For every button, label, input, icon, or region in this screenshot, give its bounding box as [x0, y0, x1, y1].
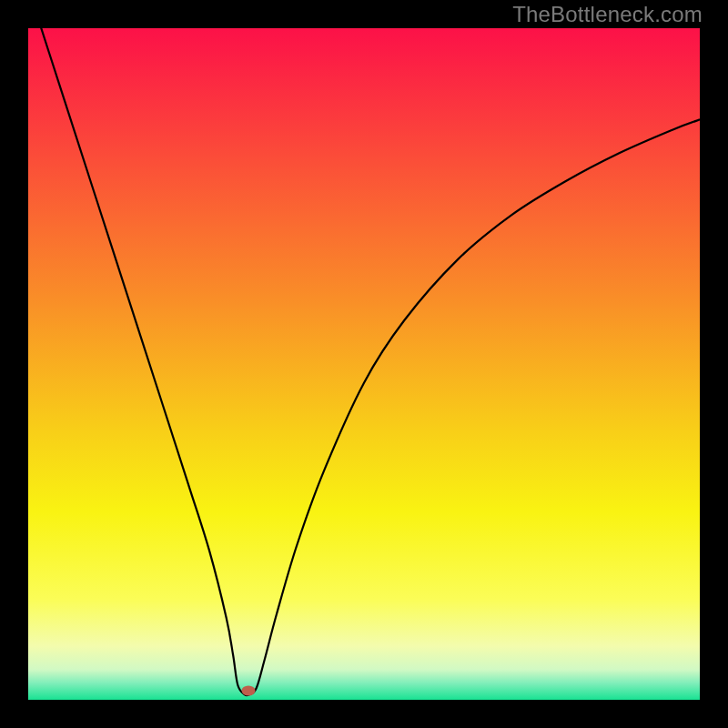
chart-canvas: TheBottleneck.com — [0, 0, 728, 728]
optimal-marker — [242, 685, 256, 695]
plot-area — [28, 28, 700, 700]
watermark-text: TheBottleneck.com — [512, 2, 703, 27]
bottleneck-curve — [28, 28, 700, 700]
